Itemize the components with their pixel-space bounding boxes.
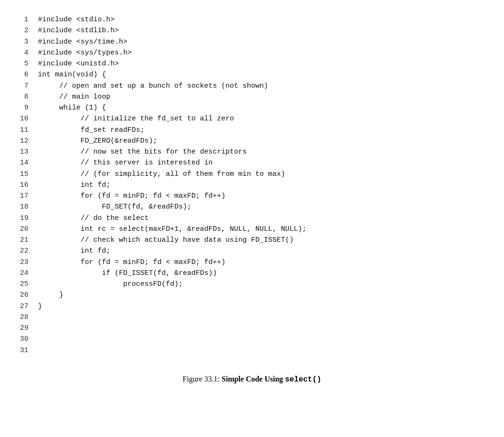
code-line: // check which actually have data using … [38, 235, 485, 246]
line-number: 7 [19, 81, 28, 91]
figure-caption: Figure 33.1: Simple Code Using select() [19, 375, 485, 384]
code-line: // initialize the fd_set to all zero [38, 113, 485, 124]
line-number: 27 [19, 301, 28, 312]
code-line: fd_set readFDs; [38, 125, 485, 136]
line-number: 28 [19, 312, 28, 323]
line-number: 19 [19, 213, 28, 224]
line-number: 2 [19, 25, 28, 36]
line-number: 17 [19, 191, 28, 201]
line-number: 18 [19, 201, 28, 212]
code-line: FD_SET(fd, &readFDs); [38, 201, 485, 212]
code-line: #include <sys/time.h> [38, 36, 485, 47]
line-number: 31 [19, 345, 28, 356]
code-line: int rc = select(maxFD+1, &readFDs, NULL,… [38, 224, 485, 235]
code-line: for (fd = minFD; fd < maxFD; fd++) [38, 191, 485, 201]
line-number: 25 [19, 279, 28, 290]
caption-prefix: Figure 33.1: [183, 375, 222, 383]
code-line: processFD(fd); [38, 279, 485, 290]
code-line: // now set the bits for the descriptors [38, 146, 485, 157]
line-number: 30 [19, 334, 28, 345]
line-number: 12 [19, 136, 28, 146]
line-number: 10 [19, 113, 28, 124]
caption-bold: Simple Code Using [222, 375, 285, 383]
code-line: } [38, 290, 485, 300]
code-block: 1234567891011121314151617181920212223242… [19, 14, 485, 356]
code-line: if (FD_ISSET(fd, &readFDs)) [38, 268, 485, 279]
code-line: // open and set up a bunch of sockets (n… [38, 81, 485, 91]
line-number: 5 [19, 58, 28, 69]
line-number: 22 [19, 246, 28, 256]
line-number: 21 [19, 235, 28, 246]
code-line: #include <stdio.h> [38, 14, 485, 25]
code-line: #include <stdlib.h> [38, 25, 485, 36]
line-number: 24 [19, 268, 28, 279]
code-line: // this server is interested in [38, 157, 485, 168]
line-number: 9 [19, 102, 28, 113]
line-number: 8 [19, 91, 28, 102]
line-number: 26 [19, 290, 28, 300]
code-line: int fd; [38, 246, 485, 256]
line-number: 23 [19, 257, 28, 268]
code-line: } [38, 301, 485, 312]
line-number: 20 [19, 224, 28, 235]
line-number: 3 [19, 36, 28, 47]
line-number: 13 [19, 146, 28, 157]
caption-code: select() [285, 375, 322, 384]
line-number: 29 [19, 323, 28, 334]
code-line: int main(void) { [38, 69, 485, 80]
line-number-column: 1234567891011121314151617181920212223242… [19, 14, 38, 356]
code-line: int fd; [38, 180, 485, 191]
line-number: 4 [19, 47, 28, 58]
code-line: // main loop [38, 91, 485, 102]
code-line: while (1) { [38, 102, 485, 113]
line-number: 15 [19, 169, 28, 180]
line-number: 16 [19, 180, 28, 191]
line-number: 14 [19, 157, 28, 168]
code-lines-column: #include <stdio.h>#include <stdlib.h>#in… [38, 14, 485, 356]
code-line: // (for simplicity, all of them from min… [38, 169, 485, 180]
code-line: #include <sys/types.h> [38, 47, 485, 58]
line-number: 11 [19, 125, 28, 136]
line-number: 1 [19, 14, 28, 25]
code-line: FD_ZERO(&readFDs); [38, 136, 485, 146]
code-line: // do the select [38, 213, 485, 224]
code-line: for (fd = minFD; fd < maxFD; fd++) [38, 257, 485, 268]
code-line: #include <unistd.h> [38, 58, 485, 69]
line-number: 6 [19, 69, 28, 80]
